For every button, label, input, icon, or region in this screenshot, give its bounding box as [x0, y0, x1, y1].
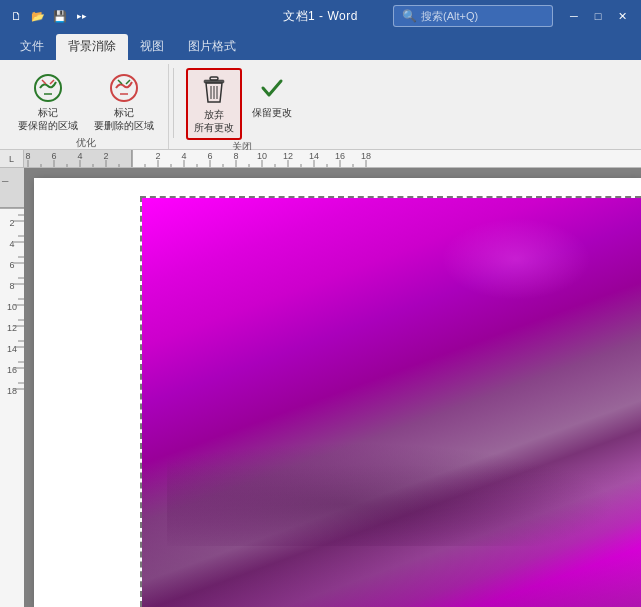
- svg-text:18: 18: [361, 151, 371, 161]
- svg-text:6: 6: [207, 151, 212, 161]
- svg-text:10: 10: [7, 302, 17, 312]
- svg-text:6: 6: [51, 151, 56, 161]
- mark-remove-label: 标记要删除的区域: [94, 106, 154, 132]
- open-icon[interactable]: 📂: [30, 8, 46, 24]
- ribbon-separator: [173, 68, 174, 138]
- tab-view[interactable]: 视图: [128, 34, 176, 60]
- svg-rect-51: [0, 168, 24, 208]
- search-icon: 🔍: [402, 9, 417, 23]
- search-placeholder: 搜索(Alt+Q): [421, 9, 478, 24]
- image-shadow-bottom: [142, 464, 641, 607]
- svg-text:4: 4: [77, 151, 82, 161]
- search-box[interactable]: 🔍 搜索(Alt+Q): [393, 5, 553, 27]
- svg-text:8: 8: [25, 151, 30, 161]
- keep-changes-button[interactable]: 保留更改: [246, 68, 298, 123]
- svg-text:2: 2: [155, 151, 160, 161]
- discard-label: 放弃所有更改: [194, 108, 234, 134]
- optimize-buttons: 标记要保留的区域 标记要删除的区域: [12, 68, 160, 136]
- ribbon-group-close: 放弃所有更改 保留更改 关闭: [178, 64, 306, 149]
- new-icon[interactable]: 🗋: [8, 8, 24, 24]
- svg-text:12: 12: [7, 323, 17, 333]
- document-area: [24, 168, 641, 607]
- ruler-row: L 8 6 4 2: [0, 150, 641, 168]
- keep-changes-label: 保留更改: [252, 106, 292, 119]
- svg-text:4: 4: [181, 151, 186, 161]
- ribbon-group-optimize: 标记要保留的区域 标记要删除的区域 优化: [4, 64, 169, 149]
- close-buttons: 放弃所有更改 保留更改: [186, 68, 298, 140]
- svg-point-0: [35, 75, 61, 101]
- svg-text:16: 16: [335, 151, 345, 161]
- svg-point-2: [111, 75, 137, 101]
- quick-access-toolbar: 🗋 📂 💾 ▸▸: [8, 8, 90, 24]
- image-region[interactable]: [142, 198, 641, 607]
- ribbon-tabs: 文件 背景消除 视图 图片格式: [0, 32, 641, 60]
- svg-text:14: 14: [309, 151, 319, 161]
- tab-picture-format[interactable]: 图片格式: [176, 34, 248, 60]
- svg-text:10: 10: [257, 151, 267, 161]
- main-area: 2 4 6 8 10 12 14 16 18: [0, 168, 641, 607]
- checkmark-icon: [256, 72, 288, 104]
- tab-file[interactable]: 文件: [8, 34, 56, 60]
- mark-keep-button[interactable]: 标记要保留的区域: [12, 68, 84, 136]
- svg-text:14: 14: [7, 344, 17, 354]
- image-content: [142, 198, 641, 607]
- discard-button[interactable]: 放弃所有更改: [186, 68, 242, 140]
- tab-bg-remove[interactable]: 背景消除: [56, 34, 128, 60]
- svg-rect-5: [210, 77, 218, 80]
- quick-access-icons: 🗋 📂 💾 ▸▸: [8, 8, 90, 24]
- mark-remove-button[interactable]: 标记要删除的区域: [88, 68, 160, 136]
- maximize-button[interactable]: □: [587, 5, 609, 27]
- horizontal-ruler: 8 6 4 2 2 4 6: [24, 150, 641, 168]
- ribbon-content: 标记要保留的区域 标记要删除的区域 优化: [0, 60, 641, 150]
- window-title: 文档1 - Word: [283, 8, 358, 25]
- svg-text:4: 4: [9, 239, 14, 249]
- vertical-ruler: 2 4 6 8 10 12 14 16 18: [0, 168, 24, 607]
- svg-text:6: 6: [9, 260, 14, 270]
- title-bar: 🗋 📂 💾 ▸▸ 文档1 - Word 🔍 搜索(Alt+Q) ─ □ ✕: [0, 0, 641, 32]
- svg-text:18: 18: [7, 386, 17, 396]
- mark-keep-icon: [32, 72, 64, 104]
- close-button[interactable]: ✕: [611, 5, 633, 27]
- svg-text:8: 8: [9, 281, 14, 291]
- title-bar-right: 🔍 搜索(Alt+Q) ─ □ ✕: [393, 5, 633, 27]
- document-page: [34, 178, 641, 607]
- trash-icon: [198, 74, 230, 106]
- more-icon[interactable]: ▸▸: [74, 8, 90, 24]
- ruler-corner[interactable]: L: [0, 150, 24, 168]
- mark-remove-icon: [108, 72, 140, 104]
- minimize-button[interactable]: ─: [563, 5, 585, 27]
- svg-text:12: 12: [283, 151, 293, 161]
- svg-text:2: 2: [103, 151, 108, 161]
- mark-keep-label: 标记要保留的区域: [18, 106, 78, 132]
- svg-text:2: 2: [9, 218, 14, 228]
- svg-text:16: 16: [7, 365, 17, 375]
- image-highlight: [441, 218, 591, 300]
- save-icon[interactable]: 💾: [52, 8, 68, 24]
- svg-text:8: 8: [233, 151, 238, 161]
